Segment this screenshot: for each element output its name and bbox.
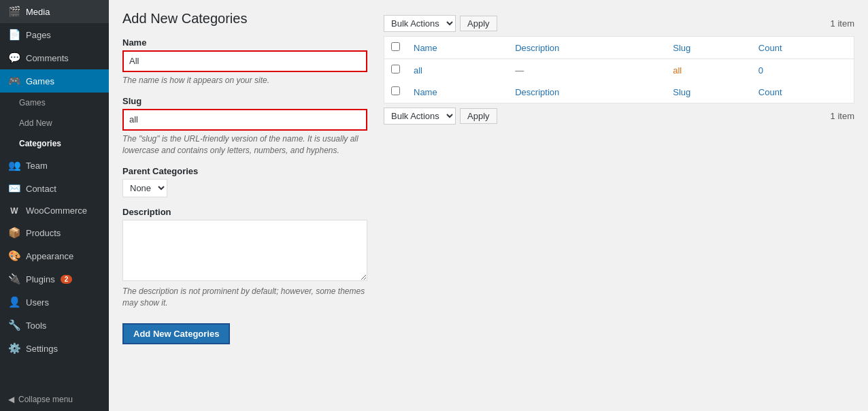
description-hint: The description is not prominent by defa… xyxy=(122,286,367,309)
table-panel: Bulk Actions Apply 1 item Name Descripti… xyxy=(384,11,854,400)
games-icon: 🎮 xyxy=(8,75,20,87)
sidebar-item-woocommerce[interactable]: W WooCommerce xyxy=(0,200,109,221)
sidebar-item-games[interactable]: 🎮 Games xyxy=(0,69,109,93)
pages-icon: 📄 xyxy=(8,29,20,41)
parent-select[interactable]: None xyxy=(122,179,167,197)
row-description-cell: — xyxy=(508,59,666,82)
col-count[interactable]: Count xyxy=(752,37,854,59)
select-all-footer-checkbox[interactable] xyxy=(391,86,400,95)
sidebar-item-pages[interactable]: 📄 Pages xyxy=(0,23,109,46)
bottom-toolbar: Bulk Actions Apply 1 item xyxy=(384,103,854,129)
row-checkbox-cell[interactable] xyxy=(384,59,407,82)
contact-icon: ✉️ xyxy=(8,182,20,195)
sidebar-item-contact[interactable]: ✉️ Contact xyxy=(0,177,109,200)
row-name-cell: all xyxy=(407,59,508,82)
parent-label: Parent Categories xyxy=(122,166,367,176)
top-item-count: 1 item xyxy=(831,18,854,29)
settings-icon: ⚙️ xyxy=(8,342,20,355)
sidebar: 🎬 Media 📄 Pages 💬 Comments 🎮 Games Games… xyxy=(0,0,109,411)
sidebar-item-team[interactable]: 👥 Team xyxy=(0,154,109,177)
name-label: Name xyxy=(122,37,367,48)
sidebar-item-tools[interactable]: 🔧 Tools xyxy=(0,314,109,337)
select-all-footer[interactable] xyxy=(384,81,407,103)
col-name[interactable]: Name xyxy=(407,37,508,59)
users-icon: 👤 xyxy=(8,296,20,308)
parent-field-group: Parent Categories None xyxy=(122,166,367,197)
collapse-menu[interactable]: ◀ Collapse menu xyxy=(0,388,109,411)
sidebar-item-comments[interactable]: 💬 Comments xyxy=(0,46,109,69)
media-icon: 🎬 xyxy=(8,5,20,18)
col-description-footer[interactable]: Description xyxy=(508,81,666,103)
plugins-icon: 🔌 xyxy=(8,273,20,285)
col-slug-footer[interactable]: Slug xyxy=(666,81,752,103)
form-panel: Add New Categories Name The name is how … xyxy=(122,11,367,400)
main-content: Add New Categories Name The name is how … xyxy=(109,0,868,411)
sidebar-item-appearance[interactable]: 🎨 Appearance xyxy=(0,244,109,267)
row-slug-cell: all xyxy=(666,59,752,82)
bulk-actions-top-select[interactable]: Bulk Actions xyxy=(384,15,456,32)
slug-hint: The "slug" is the URL-friendly version o… xyxy=(122,133,367,157)
col-slug[interactable]: Slug xyxy=(666,37,752,59)
description-field-group: Description The description is not promi… xyxy=(122,207,367,309)
name-field-group: Name The name is how it appears on your … xyxy=(122,37,367,86)
collapse-arrow-icon: ◀ xyxy=(8,395,14,404)
products-icon: 📦 xyxy=(8,227,20,239)
appearance-icon: 🎨 xyxy=(8,250,20,262)
col-count-footer[interactable]: Count xyxy=(752,81,854,103)
sidebar-item-media[interactable]: 🎬 Media xyxy=(0,0,109,23)
table-row: all — all 0 xyxy=(384,59,854,82)
sidebar-item-users[interactable]: 👤 Users xyxy=(0,291,109,314)
description-textarea[interactable] xyxy=(122,220,367,281)
select-all-header[interactable] xyxy=(384,37,407,59)
row-count-cell: 0 xyxy=(752,59,854,82)
top-toolbar: Bulk Actions Apply 1 item xyxy=(384,11,854,36)
sidebar-sub-add-new[interactable]: Add New xyxy=(0,113,109,133)
row-name-link[interactable]: all xyxy=(414,65,422,76)
bottom-item-count: 1 item xyxy=(831,111,854,121)
sidebar-item-settings[interactable]: ⚙️ Settings xyxy=(0,337,109,360)
row-slug-value: all xyxy=(673,65,682,76)
sidebar-item-plugins[interactable]: 🔌 Plugins 2 xyxy=(0,267,109,291)
bulk-actions-bottom-select[interactable]: Bulk Actions xyxy=(384,108,456,125)
apply-top-button[interactable]: Apply xyxy=(460,16,497,31)
tools-icon: 🔧 xyxy=(8,319,20,331)
col-description[interactable]: Description xyxy=(508,37,666,59)
description-label: Description xyxy=(122,207,367,217)
col-name-footer[interactable]: Name xyxy=(407,81,508,103)
name-hint: The name is how it appears on your site. xyxy=(122,75,367,86)
name-input[interactable] xyxy=(122,50,367,72)
categories-table: Name Description Slug Count all — all xyxy=(384,36,854,103)
select-all-checkbox[interactable] xyxy=(391,42,400,51)
sidebar-item-products[interactable]: 📦 Products xyxy=(0,221,109,244)
slug-label: Slug xyxy=(122,96,367,106)
team-icon: 👥 xyxy=(8,159,20,171)
page-title: Add New Categories xyxy=(122,11,367,27)
comments-icon: 💬 xyxy=(8,52,20,64)
woocommerce-icon: W xyxy=(8,206,20,216)
row-checkbox[interactable] xyxy=(391,65,400,73)
add-new-categories-button[interactable]: Add New Categories xyxy=(122,323,230,344)
slug-input[interactable] xyxy=(122,109,367,131)
sidebar-sub-categories[interactable]: Categories xyxy=(0,133,109,154)
apply-bottom-button[interactable]: Apply xyxy=(460,108,497,124)
slug-field-group: Slug The "slug" is the URL-friendly vers… xyxy=(122,96,367,157)
plugins-badge: 2 xyxy=(61,275,73,284)
sidebar-sub-games[interactable]: Games xyxy=(0,93,109,113)
